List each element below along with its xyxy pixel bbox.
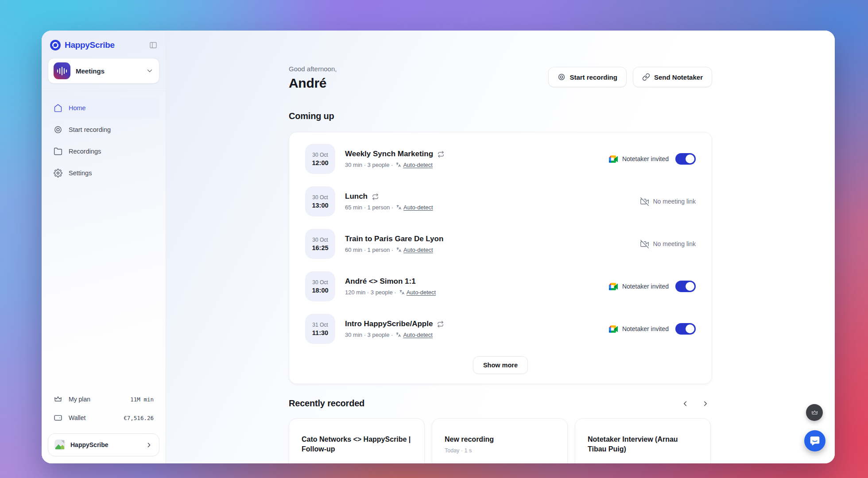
event-time: 13:00	[312, 202, 328, 209]
recording-card-title: New recording	[445, 435, 555, 444]
event-date: 30 Oct	[312, 237, 328, 243]
event-date-badge: 30 Oct 18:00	[305, 271, 335, 301]
crown-icon	[54, 395, 62, 404]
event-date-badge: 31 Oct 11:30	[305, 314, 335, 344]
send-notetaker-button[interactable]: Send Notetaker	[633, 67, 712, 87]
wallet-label: Wallet	[69, 414, 85, 421]
my-plan-label: My plan	[69, 396, 90, 403]
recently-recorded-title: Recently recorded	[289, 398, 364, 409]
event-row[interactable]: 30 Oct 12:00 Weekly Synch Marketing 30 m…	[305, 138, 696, 180]
notetaker-status: Notetaker invited	[609, 153, 696, 165]
recurring-icon	[438, 151, 444, 158]
recording-card[interactable]: New recording Today · 1 s	[432, 418, 568, 463]
sidebar-nav: Home Start recording Recordings Settings	[48, 97, 159, 183]
translate-icon	[399, 289, 405, 295]
event-title: Train to Paris Gare De Lyon	[345, 235, 443, 243]
recording-card[interactable]: Cato Networks <> HappyScribe | Follow-up	[289, 418, 425, 463]
chevron-left-icon	[681, 400, 689, 408]
translate-icon	[396, 204, 402, 210]
notetaker-toggle[interactable]	[675, 323, 696, 335]
no-meeting-link-status: No meeting link	[640, 240, 696, 248]
notetaker-status-label: Notetaker invited	[622, 325, 669, 332]
event-date: 31 Oct	[312, 322, 328, 328]
event-meta-text: 30 min · 3 people ·	[345, 162, 393, 168]
recording-card-title: Notetaker Interview (Arnau Tibau Puig)	[588, 435, 698, 455]
coming-up-title: Coming up	[289, 111, 712, 121]
event-meta: 65 min · 1 person · Auto-detect	[345, 204, 631, 211]
notetaker-toggle[interactable]	[675, 281, 696, 292]
sidebar-item-settings[interactable]: Settings	[48, 162, 159, 183]
event-date: 30 Oct	[312, 194, 328, 200]
workspace-switcher-label: Meetings	[76, 67, 140, 75]
chevron-right-icon	[145, 441, 153, 449]
video-off-icon	[640, 240, 649, 248]
auto-detect-label: Auto-detect	[403, 204, 433, 211]
notetaker-status: Notetaker invited	[609, 281, 696, 292]
event-title: André <> Simon 1:1	[345, 277, 416, 286]
link-icon	[642, 73, 650, 81]
event-row[interactable]: 31 Oct 11:30 Intro HappyScribe/Apple 30 …	[305, 308, 696, 350]
notetaker-toggle[interactable]	[675, 153, 696, 165]
recurring-icon	[372, 193, 379, 200]
recurring-icon	[437, 321, 444, 328]
sidebar-item-home[interactable]: Home	[48, 97, 159, 118]
auto-detect-label: Auto-detect	[403, 247, 433, 253]
recording-card[interactable]: Notetaker Interview (Arnau Tibau Puig)	[575, 418, 711, 463]
start-recording-button[interactable]: Start recording	[548, 67, 627, 87]
wallet-row[interactable]: Wallet €7,516.26	[48, 409, 159, 427]
google-meet-icon	[609, 325, 618, 333]
auto-detect-link[interactable]: Auto-detect	[396, 247, 433, 253]
show-more-button[interactable]: Show more	[473, 356, 528, 374]
auto-detect-link[interactable]: Auto-detect	[399, 289, 436, 296]
event-date-badge: 30 Oct 13:00	[305, 186, 335, 216]
happyscribe-logo-icon	[50, 39, 61, 51]
translate-icon	[395, 162, 401, 168]
auto-detect-link[interactable]: Auto-detect	[395, 332, 433, 338]
sidebar-nav-label: Settings	[69, 170, 92, 177]
recent-carousel-nav	[681, 400, 712, 408]
logo-text: HappyScribe	[65, 40, 115, 50]
recording-card-subtitle: Today · 1 s	[445, 447, 555, 454]
my-plan-row[interactable]: My plan 11M min	[48, 390, 159, 409]
google-meet-icon	[609, 155, 618, 163]
event-row[interactable]: 30 Oct 18:00 André <> Simon 1:1 120 min …	[305, 265, 696, 308]
main-area: Good afternoon, André Start recording	[166, 31, 835, 463]
sidebar-item-start-recording[interactable]: Start recording	[48, 119, 159, 140]
event-meta-text: 60 min · 1 person ·	[345, 247, 393, 253]
event-title: Intro HappyScribe/Apple	[345, 320, 433, 328]
panel-collapse-icon	[149, 41, 158, 50]
sidebar-collapse-button[interactable]	[149, 41, 158, 50]
auto-detect-label: Auto-detect	[407, 289, 436, 296]
event-row[interactable]: 30 Oct 16:25 Train to Paris Gare De Lyon…	[305, 223, 696, 265]
wallet-icon	[54, 413, 62, 422]
event-date-badge: 30 Oct 16:25	[305, 229, 335, 259]
no-meeting-link-label: No meeting link	[653, 198, 696, 205]
event-time: 18:00	[312, 287, 328, 294]
auto-detect-label: Auto-detect	[403, 332, 433, 338]
record-icon	[54, 125, 62, 134]
event-time: 11:30	[312, 329, 328, 336]
sidebar-item-recordings[interactable]: Recordings	[48, 141, 159, 162]
recent-prev-button[interactable]	[681, 400, 689, 408]
workspace-footer[interactable]: HappyScribe	[48, 433, 159, 456]
crown-icon	[811, 409, 818, 416]
sidebar-bottom: My plan 11M min Wallet €7,516.26	[48, 390, 159, 456]
sidebar-top: HappyScribe Meetings	[42, 39, 166, 91]
auto-detect-link[interactable]: Auto-detect	[396, 204, 433, 211]
waveform-icon	[54, 62, 70, 79]
workspace-switcher[interactable]: Meetings	[48, 58, 159, 84]
greeting-text: Good afternoon,	[289, 65, 337, 73]
notetaker-status-label: Notetaker invited	[622, 283, 669, 290]
event-row[interactable]: 30 Oct 13:00 Lunch 65 min · 1 person ·	[305, 180, 696, 223]
event-title: Weekly Synch Marketing	[345, 150, 433, 158]
workspace-footer-label: HappyScribe	[70, 441, 140, 448]
no-meeting-link-status: No meeting link	[640, 197, 696, 206]
auto-detect-link[interactable]: Auto-detect	[395, 162, 433, 168]
intercom-chat-button[interactable]	[804, 430, 825, 451]
event-meta: 30 min · 3 people · Auto-detect	[345, 162, 599, 168]
recent-next-button[interactable]	[701, 400, 709, 408]
chat-bubble-icon	[809, 435, 821, 447]
event-meta-text: 30 min · 3 people ·	[345, 332, 393, 338]
upgrade-crown-button[interactable]	[806, 404, 823, 421]
my-plan-value: 11M min	[130, 396, 154, 403]
